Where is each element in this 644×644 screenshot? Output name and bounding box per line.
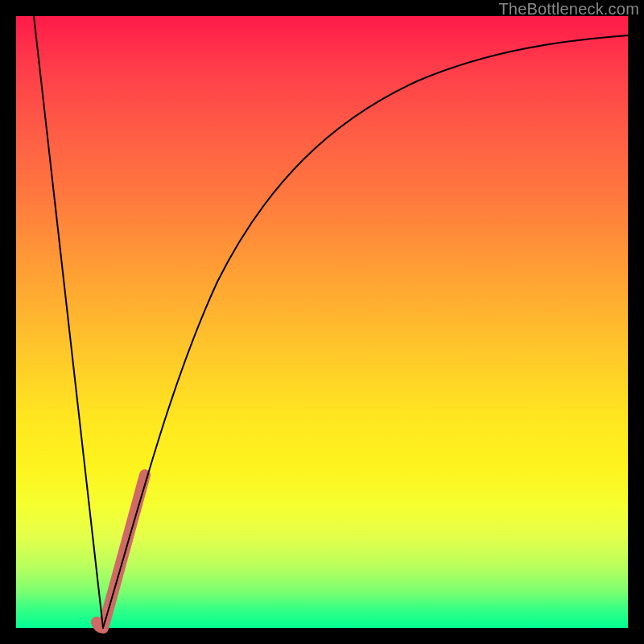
chart-frame: TheBottleneck.com [0, 0, 644, 644]
chart-svg [16, 16, 628, 628]
rising-curve [103, 35, 628, 628]
left-falling-line [34, 16, 103, 628]
watermark-text: TheBottleneck.com [498, 0, 639, 19]
highlight-segment [97, 475, 145, 628]
